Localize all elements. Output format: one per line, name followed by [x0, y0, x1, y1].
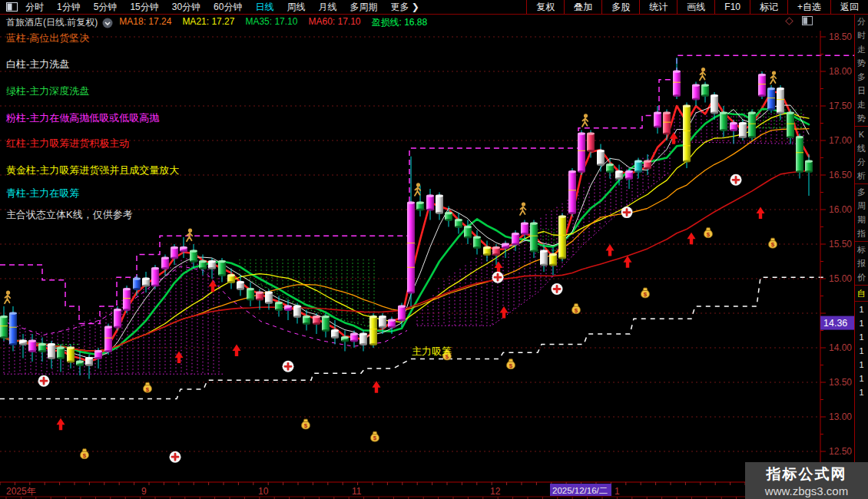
y-axis-label: 15.00 [829, 273, 852, 284]
action-button-返回[interactable]: 返回 [830, 0, 868, 14]
x-axis-label: 10 [258, 486, 269, 497]
money-bag-icon: $ [704, 228, 713, 238]
sidebar-char[interactable]: 期 [855, 213, 868, 226]
y-axis-label: 17.00 [829, 135, 852, 146]
medical-cross-icon [731, 174, 742, 186]
legend-line-5: 黄金柱-主力吸筹进货强并且成交量放大 [6, 164, 179, 177]
sidebar-char[interactable]: 1 [855, 330, 868, 344]
medical-cross-icon [283, 361, 294, 372]
period-tab-日线[interactable]: 日线 [255, 1, 273, 14]
money-bag-icon: $ [769, 238, 777, 248]
period-tab-1分钟[interactable]: 1分钟 [57, 1, 81, 14]
medical-cross-icon [170, 451, 181, 463]
period-tab-多周期[interactable]: 多周期 [350, 1, 377, 14]
sidebar-char[interactable]: 周 [855, 199, 868, 213]
money-bag-icon: $ [302, 419, 310, 429]
svg-text:$: $ [644, 291, 648, 298]
legend-line-4: 红柱-主力吸筹进货积极主动 [6, 137, 129, 150]
svg-text:$: $ [304, 422, 308, 429]
sidebar-char[interactable]: 价 [855, 270, 868, 284]
period-tab-更多 ❯[interactable]: 更多 ❯ [390, 1, 419, 14]
sidebar-char[interactable]: 势 [855, 111, 868, 125]
action-button-画线[interactable]: 画线 [677, 0, 714, 14]
period-tab-5分钟[interactable]: 5分钟 [94, 1, 118, 14]
buy-arrow-icon [495, 262, 503, 274]
action-button-叠加[interactable]: 叠加 [564, 0, 601, 14]
sidebar-char[interactable]: 走 [855, 42, 868, 56]
layout-split-icon[interactable] [6, 2, 18, 12]
x-axis-label: 12 [490, 486, 501, 497]
action-button-+自选[interactable]: +自选 [787, 0, 830, 14]
sidebar-char[interactable]: 1 [855, 358, 868, 372]
sidebar-char[interactable]: K [855, 127, 868, 141]
sidebar-char[interactable]: 分 [855, 155, 868, 169]
buy-arrow-icon [373, 381, 381, 393]
walking-person-icon [520, 202, 525, 215]
legend-line-3: 粉柱-主力在做高抛低吸或低吸高抛 [6, 111, 159, 125]
sidebar-char[interactable]: 指 [855, 226, 868, 240]
ma-indicator-values: MA18: 17.24MA21: 17.27MA35: 17.10MA60: 1… [119, 16, 438, 29]
walking-person-icon [5, 291, 10, 304]
period-tab-60分钟[interactable]: 60分钟 [214, 1, 242, 14]
y-axis-label: 16.00 [829, 204, 852, 215]
sidebar-char[interactable]: 报 [855, 256, 868, 270]
period-tab-15分钟[interactable]: 15分钟 [130, 1, 158, 14]
y-axis-label: 15.50 [829, 239, 852, 250]
walking-person-icon [415, 183, 420, 196]
action-button-复权[interactable]: 复权 [526, 0, 564, 14]
walking-person-icon [770, 71, 776, 84]
action-button-统计[interactable]: 统计 [639, 0, 677, 14]
sidebar-char[interactable]: 势 [855, 56, 868, 70]
indicator-value-4: 盈损线: 16.88 [372, 16, 428, 29]
legend-line-1: 白柱-主力洗盘 [6, 58, 69, 71]
indicator-value-2: MA35: 17.10 [245, 16, 297, 29]
money-bag-icon: $ [641, 288, 650, 298]
money-bag-icon: $ [507, 359, 515, 369]
y-axis-label: 17.50 [829, 101, 852, 111]
buy-arrow-icon [757, 207, 765, 219]
y-axis-label: 14.00 [829, 342, 852, 353]
period-tab-周线[interactable]: 周线 [287, 1, 305, 14]
sidebar-char[interactable]: 多 [855, 185, 868, 199]
sidebar-char[interactable]: 线 [855, 141, 868, 155]
sidebar-char[interactable]: 日 [855, 84, 868, 97]
svg-text:$: $ [575, 307, 578, 314]
watermark-site-name: 指标公式网 [745, 464, 868, 484]
money-bag-icon: $ [81, 449, 89, 459]
sidebar-char[interactable]: 1 [855, 316, 868, 330]
y-axis-label: 13.00 [829, 411, 852, 422]
sidebar-char[interactable]: 标 [855, 243, 868, 256]
medical-cross-icon [38, 375, 50, 387]
chevron-down-icon[interactable] [102, 18, 113, 28]
buy-arrow-icon [624, 256, 632, 268]
period-tab-分时[interactable]: 分时 [25, 1, 44, 14]
svg-text:$: $ [771, 241, 775, 248]
sidebar-char[interactable]: 1 [855, 385, 868, 399]
action-button-标记[interactable]: 标记 [750, 0, 787, 14]
sidebar-char[interactable]: 1 [855, 302, 868, 316]
walking-person-icon [187, 229, 192, 242]
diamond-icon[interactable] [784, 16, 794, 26]
medical-cross-icon [492, 272, 504, 283]
money-bag-icon: $ [572, 304, 581, 314]
svg-text:$: $ [707, 231, 711, 238]
selected-date-value: 2025/12/16/二 [552, 486, 608, 495]
period-tab-月线[interactable]: 月线 [318, 1, 336, 14]
stock-title[interactable]: 首旅酒店(日线.前复权) [6, 16, 98, 29]
sidebar-char[interactable]: 多 [855, 70, 868, 84]
sidebar-char[interactable]: 1 [855, 372, 868, 385]
svg-text:$: $ [146, 386, 150, 393]
period-tab-30分钟[interactable]: 30分钟 [172, 1, 200, 14]
legend-line-7: 主合状态立体K线，仅供参考 [6, 208, 133, 222]
sidebar-char[interactable]: 走 [855, 97, 868, 111]
y-axis-label: 12.50 [829, 446, 852, 457]
action-button-多股[interactable]: 多股 [601, 0, 639, 14]
buy-arrow-icon [57, 418, 65, 431]
sidebar-char[interactable]: 1 [855, 344, 868, 358]
right-sidebar[interactable]: 分时走势多日走势K线分析多周期指标报价自1111111 [854, 15, 868, 499]
split-view-icon[interactable] [802, 16, 813, 25]
sidebar-char[interactable]: 自 [855, 286, 868, 300]
x-axis-label: 9 [141, 486, 147, 497]
sidebar-char[interactable]: 析 [855, 169, 868, 183]
action-button-F10[interactable]: F10 [714, 0, 750, 14]
